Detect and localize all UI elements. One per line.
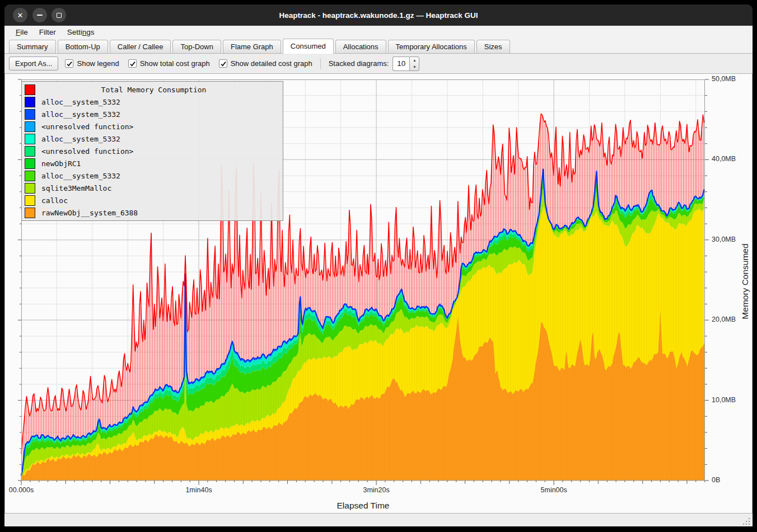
tab-top-down[interactable]: Top-Down — [172, 40, 221, 53]
export-as-button[interactable]: Export As... — [9, 57, 58, 70]
checkbox-show-detailed-cost-graph[interactable]: Show detailed cost graph — [219, 59, 312, 68]
x-tick-label: 1min40s — [174, 486, 224, 494]
checkmark-icon[interactable] — [128, 59, 137, 68]
menu-item-filter[interactable]: Filter — [34, 27, 62, 37]
legend-item: alloc__system_5332 — [23, 96, 282, 108]
legend-label: rawNewObj__system_6388 — [41, 209, 138, 217]
legend-item: calloc — [23, 194, 282, 206]
x-tick-label: 00.000s — [0, 486, 46, 494]
legend-swatch — [25, 134, 35, 144]
tab-bottom-up[interactable]: Bottom-Up — [58, 40, 108, 53]
legend-label: Total Memory Consumption — [41, 86, 282, 94]
window-title: Heaptrack - heaptrack.wakunode.1.gz — He… — [4, 4, 753, 26]
checkbox-label: Show total cost graph — [140, 59, 210, 68]
checkmark-icon[interactable] — [65, 59, 73, 68]
legend-swatch — [25, 146, 35, 157]
legend-item: <unresolved function> — [23, 120, 282, 133]
checkmark-icon[interactable] — [219, 59, 227, 68]
legend-label: <unresolved function> — [41, 123, 133, 131]
legend-label: alloc__system_5332 — [41, 110, 120, 119]
stacked-diagrams-stepper[interactable]: 10 ▲ ▼ — [392, 57, 419, 71]
x-tick-label: 5min00s — [529, 486, 579, 494]
y-tick-label: 50,0MB — [712, 75, 751, 83]
legend-item: newObjRC1 — [23, 157, 282, 170]
legend-item: alloc__system_5332 — [23, 133, 282, 145]
legend-swatch — [25, 171, 35, 181]
legend-item: alloc__system_5332 — [23, 170, 282, 182]
status-bar — [4, 514, 753, 526]
menubar: FileFilterSettings — [4, 26, 753, 38]
x-axis-title: Elapsed Time — [21, 501, 705, 511]
stacked-diagrams-label: Stacked diagrams: — [329, 59, 389, 68]
legend-label: sqlite3MemMalloc — [41, 184, 111, 192]
legend-item: Total Memory Consumption — [23, 83, 282, 96]
menu-item-file[interactable]: File — [10, 27, 34, 37]
tab-summary[interactable]: Summary — [9, 40, 56, 53]
legend-label: <unresolved function> — [41, 147, 133, 156]
legend-label: newObjRC1 — [41, 159, 81, 168]
checkbox-show-legend[interactable]: Show legend — [65, 59, 119, 68]
legend-label: alloc__system_5332 — [41, 135, 120, 143]
checkbox-show-total-cost-graph[interactable]: Show total cost graph — [128, 59, 210, 68]
y-axis-title: Memory Consumed — [740, 225, 750, 337]
legend-swatch — [25, 84, 35, 95]
legend-item: alloc__system_5332 — [23, 108, 282, 120]
tab-consumed[interactable]: Consumed — [283, 39, 334, 54]
legend-swatch — [25, 158, 35, 169]
legend-label: calloc — [41, 196, 68, 205]
toolbar-separator — [320, 58, 321, 69]
chart-panel: Total Memory Consumptionalloc__system_53… — [4, 73, 753, 514]
legend-item: <unresolved function> — [23, 145, 282, 157]
y-tick-label: 10,0MB — [712, 396, 751, 404]
titlebar: ✕ Heaptrack - heaptrack.wakunode.1.gz — … — [4, 4, 753, 26]
checkbox-label: Show legend — [77, 59, 119, 68]
menu-item-settings[interactable]: Settings — [62, 27, 100, 37]
tab-caller-callee[interactable]: Caller / Callee — [110, 40, 171, 53]
x-tick-label: 3min20s — [351, 486, 401, 494]
tabbar: SummaryBottom-UpCaller / CalleeTop-DownF… — [4, 38, 753, 54]
stacked-diagrams-value[interactable]: 10 — [392, 57, 409, 71]
legend-item: sqlite3MemMalloc — [23, 182, 282, 194]
tab-temporary-allocations[interactable]: Temporary Allocations — [388, 40, 475, 53]
legend-swatch — [25, 208, 35, 218]
legend-item: rawNewObj__system_6388 — [23, 206, 282, 219]
tab-flame-graph[interactable]: Flame Graph — [223, 40, 281, 53]
spinner-down-icon[interactable]: ▼ — [410, 64, 419, 70]
legend-swatch — [25, 195, 35, 206]
legend-swatch — [25, 121, 35, 132]
legend-swatch — [25, 97, 35, 107]
resize-grip[interactable] — [742, 517, 750, 525]
legend-swatch — [25, 183, 35, 194]
tab-sizes[interactable]: Sizes — [476, 40, 510, 53]
checkbox-label: Show detailed cost graph — [231, 59, 312, 68]
app-window: ✕ Heaptrack - heaptrack.wakunode.1.gz — … — [0, 0, 757, 532]
tab-allocations[interactable]: Allocations — [335, 40, 386, 53]
y-tick-label: 0B — [712, 476, 751, 484]
toolbar: Export As... Show legendShow total cost … — [4, 54, 753, 73]
spinner-up-icon[interactable]: ▲ — [410, 57, 419, 64]
y-tick-label: 40,0MB — [712, 155, 751, 163]
legend-swatch — [25, 109, 35, 120]
legend-label: alloc__system_5332 — [41, 172, 120, 180]
chart-legend: Total Memory Consumptionalloc__system_53… — [21, 81, 283, 221]
legend-label: alloc__system_5332 — [41, 98, 120, 106]
